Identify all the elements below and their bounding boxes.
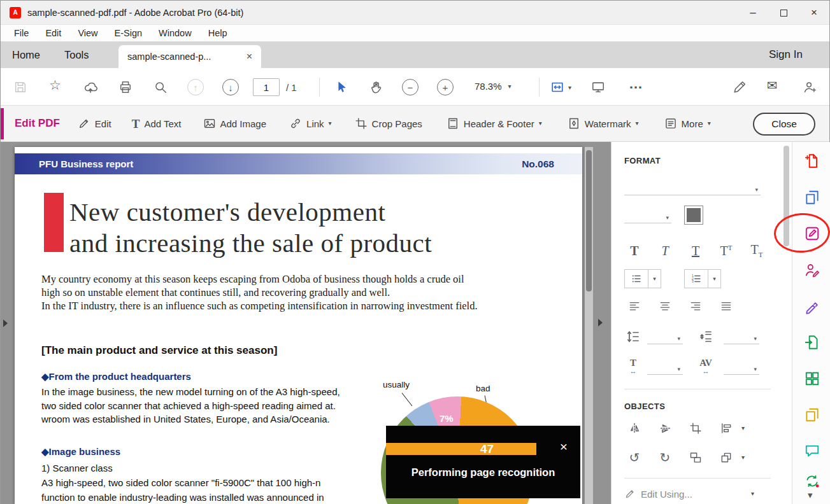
chevron-down-icon[interactable]: ▾ bbox=[741, 425, 745, 431]
menu-edit[interactable]: Edit bbox=[37, 28, 69, 38]
product-headquarters-heading[interactable]: ◆From the product headquarters bbox=[41, 371, 191, 382]
font-color-swatch[interactable] bbox=[684, 206, 703, 225]
paragraph-spacing-dropdown[interactable]: ▾ bbox=[724, 330, 759, 344]
subscript-button[interactable]: TT bbox=[741, 243, 772, 258]
rotate-left-button[interactable]: ↺ bbox=[619, 451, 650, 464]
edit-using-dropdown[interactable]: Edit Using... ▾ bbox=[624, 484, 771, 503]
next-page-button[interactable]: ↓ bbox=[222, 79, 239, 95]
align-justify-button[interactable] bbox=[711, 300, 741, 312]
link-dropdown-button[interactable]: Link ▾ bbox=[289, 117, 332, 130]
menu-file[interactable]: File bbox=[6, 28, 37, 38]
header-footer-dropdown-button[interactable]: Header & Footer ▾ bbox=[447, 117, 542, 130]
scanner-class-label[interactable]: 1) Scanner class bbox=[41, 461, 113, 475]
menu-view[interactable]: View bbox=[69, 28, 106, 38]
organize-pages-icon[interactable] bbox=[803, 370, 821, 388]
menu-help[interactable]: Help bbox=[200, 28, 236, 38]
hand-tool-icon[interactable] bbox=[369, 80, 383, 94]
toast-close-icon[interactable]: × bbox=[560, 440, 568, 453]
section-heading[interactable]: [The main product and service at this se… bbox=[41, 344, 277, 357]
convert-tools-icon[interactable] bbox=[803, 472, 821, 490]
underline-text-button[interactable]: T bbox=[680, 244, 711, 257]
select-tool-icon[interactable] bbox=[334, 80, 348, 94]
more-dropdown-button[interactable]: More ▾ bbox=[664, 117, 711, 130]
right-pane-toggle-icon[interactable] bbox=[598, 319, 603, 326]
add-image-button[interactable]: Add Image bbox=[203, 117, 267, 130]
menu-window[interactable]: Window bbox=[150, 28, 200, 38]
align-objects-button[interactable] bbox=[711, 422, 741, 435]
flip-horizontal-button[interactable] bbox=[619, 422, 650, 435]
share-cloud-icon[interactable] bbox=[83, 80, 97, 94]
chevron-down-icon[interactable]: ▾ bbox=[568, 85, 571, 91]
numbered-list-dropdown[interactable]: ▾ bbox=[708, 269, 721, 288]
fill-sign-icon[interactable] bbox=[803, 297, 821, 315]
character-spacing-dropdown[interactable]: ▾ bbox=[724, 361, 759, 375]
comment-bubble-icon[interactable] bbox=[803, 442, 821, 460]
edit-tool-button[interactable]: Edit bbox=[78, 117, 111, 130]
flip-vertical-button[interactable] bbox=[650, 422, 680, 435]
panel-scrollbar-thumb[interactable] bbox=[783, 146, 789, 246]
crop-pages-button[interactable]: Crop Pages bbox=[355, 117, 422, 130]
edit-pdf-tool-icon[interactable] bbox=[803, 225, 821, 242]
page-number-input[interactable]: 1 bbox=[253, 78, 280, 96]
add-text-button[interactable]: T Add Text bbox=[132, 118, 182, 130]
superscript-button[interactable]: TT bbox=[711, 244, 741, 257]
document-tab-close-icon[interactable]: × bbox=[247, 51, 252, 62]
read-mode-icon[interactable] bbox=[591, 80, 605, 94]
arrange-objects-button[interactable] bbox=[711, 451, 741, 464]
bulleted-list-button[interactable] bbox=[624, 269, 648, 288]
maximize-button[interactable] bbox=[768, 1, 799, 25]
send-mail-icon[interactable]: ✉ bbox=[767, 79, 778, 92]
rail-collapse-chevron-icon[interactable]: ▾ bbox=[808, 489, 813, 501]
document-scrollbar[interactable] bbox=[585, 147, 593, 504]
share-person-icon[interactable] bbox=[803, 80, 817, 94]
save-icon[interactable] bbox=[13, 80, 27, 94]
favorite-star-icon[interactable]: ☆ bbox=[49, 78, 61, 92]
previous-page-button[interactable]: ↑ bbox=[187, 79, 204, 95]
crop-object-button[interactable] bbox=[680, 422, 711, 435]
line-spacing-dropdown[interactable]: ▾ bbox=[647, 330, 683, 344]
page-header-band[interactable]: PFU Business report No.068 bbox=[15, 153, 582, 174]
zoom-in-button[interactable]: + bbox=[437, 79, 454, 95]
horizontal-scale-dropdown[interactable]: ▾ bbox=[647, 361, 683, 375]
intro-paragraph[interactable]: My country economy at this season keeps … bbox=[41, 272, 478, 312]
sign-pen-icon[interactable] bbox=[733, 80, 747, 94]
image-business-heading[interactable]: ◆Image business bbox=[41, 446, 120, 458]
left-pane-toggle-icon[interactable] bbox=[3, 319, 8, 327]
image-paragraph[interactable]: A3 high-speed, two sided color scanner "… bbox=[41, 476, 324, 504]
document-tab[interactable]: sample-scanned-p... × bbox=[118, 45, 261, 68]
print-icon[interactable] bbox=[118, 80, 132, 94]
zoom-out-button[interactable]: − bbox=[402, 79, 419, 95]
document-title-line2[interactable]: and increasing the sale of product bbox=[69, 228, 432, 258]
zoom-level-dropdown[interactable]: 78.3% ▾ bbox=[475, 81, 512, 92]
font-family-dropdown[interactable]: ▾ bbox=[624, 179, 761, 195]
combine-files-icon[interactable] bbox=[803, 188, 821, 206]
chevron-down-icon[interactable]: ▾ bbox=[741, 454, 745, 461]
minimize-button[interactable]: – bbox=[738, 1, 768, 25]
document-copy-icon[interactable] bbox=[803, 406, 821, 424]
rotate-right-button[interactable]: ↻ bbox=[650, 451, 680, 464]
align-right-button[interactable] bbox=[680, 300, 711, 312]
more-options-ellipsis-icon[interactable]: … bbox=[629, 76, 643, 92]
export-pdf-icon[interactable] bbox=[803, 333, 821, 351]
document-scrollbar-thumb[interactable] bbox=[586, 150, 592, 291]
align-center-button[interactable] bbox=[650, 300, 680, 312]
product-paragraph[interactable]: In the image business, the new model tur… bbox=[41, 385, 340, 426]
create-pdf-icon[interactable] bbox=[803, 152, 821, 170]
sign-in-button[interactable]: Sign In bbox=[769, 41, 803, 68]
watermark-dropdown-button[interactable]: Watermark ▾ bbox=[568, 117, 639, 130]
regular-text-button[interactable]: T bbox=[619, 244, 650, 257]
numbered-list-button[interactable] bbox=[684, 269, 708, 288]
tab-tools[interactable]: Tools bbox=[64, 41, 89, 68]
fit-width-icon[interactable] bbox=[550, 80, 564, 94]
search-icon[interactable] bbox=[154, 80, 168, 94]
request-signatures-icon[interactable] bbox=[803, 261, 821, 279]
title-red-bar[interactable] bbox=[44, 193, 64, 252]
bulleted-list-dropdown[interactable]: ▾ bbox=[648, 269, 661, 288]
align-left-button[interactable] bbox=[619, 300, 650, 312]
replace-image-button[interactable] bbox=[680, 451, 711, 464]
tab-home[interactable]: Home bbox=[12, 41, 40, 68]
close-window-button[interactable]: × bbox=[799, 1, 829, 25]
document-title-line1[interactable]: New customer's development bbox=[69, 197, 385, 227]
close-edit-pdf-button[interactable]: Close bbox=[753, 113, 815, 136]
font-size-dropdown[interactable]: ▾ bbox=[624, 208, 671, 223]
